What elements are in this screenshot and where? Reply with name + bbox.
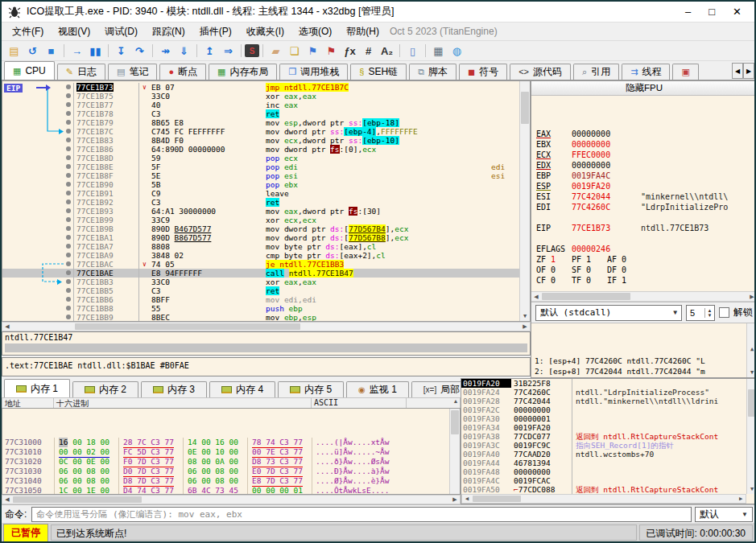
breakpoint-dot[interactable] <box>66 200 71 204</box>
animate-icon[interactable]: S <box>245 44 259 57</box>
tab-笔记[interactable]: ▤笔记 <box>108 64 157 80</box>
breakpoint-dot[interactable] <box>66 111 71 116</box>
breakpoint-dot[interactable] <box>66 164 71 169</box>
register-row[interactable]: EDI77C4260C"LdrpInitializePro <box>536 202 746 212</box>
tab-源代码[interactable]: <>源代码 <box>510 64 571 80</box>
breakpoint-dot[interactable] <box>66 288 71 293</box>
disasm-row[interactable]: 77CE1BB5C3ret <box>2 286 519 295</box>
call-argument-row[interactable]: 3: [esp+C] 00000000 00000000 <box>535 376 746 377</box>
breakpoint-gutter[interactable] <box>2 92 73 101</box>
breakpoint-dot[interactable] <box>66 226 71 231</box>
menu-item[interactable]: 选项(O) <box>291 23 339 40</box>
dump-tab-内存 2[interactable]: 内存 2 <box>72 381 138 397</box>
breakpoint-gutter[interactable] <box>2 145 73 154</box>
hide-fpu-button[interactable]: 隐藏FPU <box>531 81 756 96</box>
dump-tab-监视 1[interactable]: ◉监视 1 <box>346 381 409 397</box>
stack-vscrollbar[interactable]: ▲ ▼ <box>746 379 756 494</box>
breakpoint-dot[interactable] <box>66 208 71 213</box>
spin-down-icon[interactable]: ▼ <box>705 313 714 318</box>
register-value[interactable]: 0019FA20 <box>572 181 641 191</box>
stack-row[interactable]: 0019FA2477C4260Cntdll."LdrpInitializePro… <box>461 388 746 397</box>
breakpoint-dot[interactable] <box>66 155 71 160</box>
flag-PF[interactable]: PF 1 <box>572 254 607 265</box>
tab-脚本[interactable]: ⧉脚本 <box>409 64 456 80</box>
dump-row[interactable]: 77C310200C 00 0E 00F0 7D C3 7708 00 0A 0… <box>2 457 460 467</box>
dump-scroll-up-icon[interactable]: ▲ <box>449 398 460 408</box>
flag-SF[interactable]: SF 0 <box>572 265 607 275</box>
command-profile-dropdown[interactable]: 默认▼ <box>695 507 753 522</box>
disasm-row[interactable]: 77CE1B9364:A1 30000000mov eax,dword ptr … <box>2 207 519 216</box>
tab-scroll-left-icon[interactable]: ◀ <box>732 63 743 79</box>
disasm-row[interactable]: 77CE1BB98BECmov ebp,esp <box>2 313 519 322</box>
restart-icon[interactable]: ↺ <box>23 43 42 60</box>
breakpoint-gutter[interactable] <box>2 180 73 189</box>
run-to-user-code-icon[interactable]: ⇒ <box>219 43 238 60</box>
stack-row[interactable]: 0019FA3C0019FC9C指向SEH_Record[1]的指针 <box>461 441 746 450</box>
globe-icon[interactable]: ◍ <box>448 43 466 60</box>
disasm-vscrollbar[interactable]: ▲ ▼ <box>519 81 530 321</box>
disasm-hscrollbar[interactable]: ◀ ▶ <box>2 322 531 331</box>
stack-row[interactable]: 0019FA2031B225F8 <box>461 379 746 388</box>
breakpoint-dot[interactable] <box>66 102 71 107</box>
register-value[interactable]: 77C4260C <box>572 202 641 212</box>
disasm-row[interactable]: 77CE1B9B890D B467D577mov dword ptr ds:[7… <box>2 224 519 233</box>
patch-icon[interactable]: ▰ <box>266 43 285 60</box>
disasm-row[interactable]: 77CE1BA93848 02cmp byte ptr ds:[eax+2],c… <box>2 251 519 260</box>
disasm-row[interactable]: 77CE1B838B4D F0mov ecx,dword ptr ss:[ebp… <box>2 136 519 145</box>
open-file-icon[interactable]: ▤ <box>5 43 23 60</box>
flag-IF[interactable]: IF 1 <box>607 275 642 286</box>
close-process-icon[interactable]: ■ <box>42 43 60 60</box>
minimize-button[interactable]: – <box>685 6 691 18</box>
stack-row[interactable]: 0019FA3877CDC077返回到 ntdll.RtlCaptureStac… <box>461 432 746 441</box>
stack-row[interactable]: 0019FA50⌐77CDC088返回到 ntdll.RtlCaptureSta… <box>461 485 746 494</box>
breakpoint-dot[interactable] <box>66 315 71 319</box>
breakpoint-dot[interactable] <box>66 306 71 311</box>
menu-item[interactable]: 收藏夹(I) <box>239 23 291 40</box>
register-value[interactable]: 00000000 <box>572 160 641 171</box>
register-row[interactable]: ESI77C42044"minkernel\\ntdll\ <box>536 191 746 202</box>
dump-row[interactable]: 77C310501C 00 1E 00D4 74 C3 776B 4C 73 4… <box>2 486 460 495</box>
register-value[interactable]: 0019FA4C <box>572 171 641 181</box>
breakpoint-dot[interactable] <box>66 235 71 240</box>
disasm-row[interactable]: 77CE1B7533C0xor eax,eax <box>2 92 519 101</box>
breakpoint-gutter[interactable] <box>2 260 73 269</box>
string-icon[interactable]: A₂ <box>378 43 396 60</box>
breakpoint-gutter[interactable] <box>2 207 73 216</box>
breakpoint-dot[interactable] <box>66 270 71 275</box>
register-row[interactable]: EFLAGS00000246 <box>536 244 746 254</box>
breakpoint-gutter[interactable] <box>2 171 73 180</box>
tab-handles-icon[interactable]: ▣ <box>672 64 698 80</box>
dump-tab-内存 4[interactable]: 内存 4 <box>209 381 275 397</box>
disasm-row[interactable]: 77CE1B91C9leave <box>2 189 519 198</box>
comment-icon[interactable]: ❏ <box>285 43 304 60</box>
breakpoint-dot[interactable] <box>66 138 71 142</box>
register-row[interactable]: EIP77CE1B73ntdll.77CE1B73 <box>536 223 746 233</box>
step-down-icon[interactable]: ⇓ <box>175 43 193 60</box>
dump-row[interactable]: 77C3104006 00 08 00D8 7D C3 7706 00 08 0… <box>2 476 460 486</box>
maximize-button[interactable]: □ <box>708 6 715 18</box>
breakpoint-gutter[interactable] <box>2 109 73 118</box>
breakpoint-dot[interactable] <box>66 120 71 125</box>
stack-row[interactable]: 0019FA4446781394 <box>461 459 746 467</box>
menu-item[interactable]: 文件(F) <box>5 23 51 40</box>
breakpoint-gutter[interactable] <box>2 251 73 260</box>
hash-icon[interactable]: # <box>359 43 378 60</box>
register-row[interactable]: EBP0019FA4C <box>536 171 746 181</box>
register-value[interactable]: 77CE1B73 <box>572 223 641 233</box>
disasm-row[interactable]: 77CE1B78C3ret <box>2 109 519 118</box>
registers-hscrollbar[interactable]: ◀ ▶ <box>531 291 756 302</box>
arg-count-spinner[interactable]: 5 ▲▼ <box>686 305 715 321</box>
command-input[interactable] <box>31 507 692 522</box>
register-row[interactable]: EBX00000000 <box>536 139 746 150</box>
flag-ZF[interactable]: ZF 1 <box>536 254 572 265</box>
tab-线程[interactable]: ⇉线程 <box>622 64 670 80</box>
args-vscrollbar[interactable]: ▲ ▼ <box>746 323 756 377</box>
disasm-row[interactable]: 77CE1BAC∨74 05je ntdll.77CE1BB3 <box>2 260 519 269</box>
menu-item[interactable]: 视图(V) <box>51 23 97 40</box>
disassembly-pane[interactable]: EIP 77CE1B73∨EB 07jmp ntdll.77CE1B7C77CE… <box>2 80 531 322</box>
tab-scroll-right-icon[interactable]: ▶ <box>743 63 754 79</box>
step-out-icon[interactable]: ↥ <box>200 43 219 60</box>
breakpoint-gutter[interactable] <box>2 286 73 295</box>
dump-row[interactable]: 77C3101000 00 02 00FC 5D C3 770E 00 10 0… <box>2 447 460 457</box>
close-button[interactable]: ✕ <box>733 6 742 18</box>
